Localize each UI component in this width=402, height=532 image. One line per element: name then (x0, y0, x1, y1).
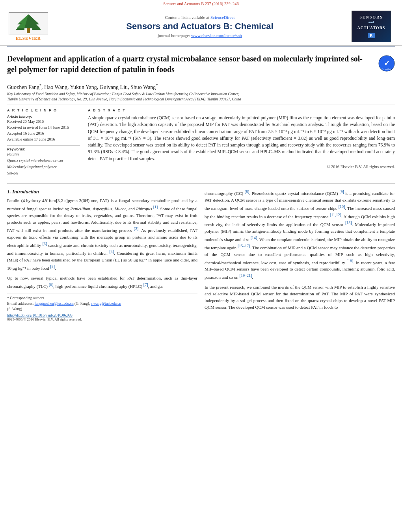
sensors-logo-line2: ACTUATORS (357, 25, 385, 31)
contents-label: Contents lists available at (165, 15, 209, 20)
journal-homepage: journal homepage: www.elsevier.com/locat… (52, 33, 348, 38)
citation-text: Sensors and Actuators B 237 (2016) 239–2… (163, 2, 238, 6)
main-left-col: 1. Introduction Patulin (4-hydroxy-4H-fu… (7, 189, 197, 321)
main-right-col: chromatography (GC) [8]. Piezoelectric q… (205, 189, 395, 321)
keywords-label: Keywords: (7, 147, 80, 151)
journal-header: ELSEVIER Contents lists available at Sci… (0, 7, 402, 46)
available-date: Available online 17 June 2016 (7, 136, 80, 142)
sensors-logo-b: B (368, 33, 375, 38)
email2-name: (S. Wang). (7, 306, 197, 312)
elsevier-logo: ELSEVIER (5, 12, 52, 41)
article-title: Development and application of a quartz … (7, 54, 378, 75)
intro-para2: Up to now, several typical methods have … (7, 275, 197, 290)
article-title-section: Development and application of a quartz … (7, 46, 395, 79)
abstract-col: A B S T R A C T A simple quartz crystal … (88, 108, 395, 180)
doi-line[interactable]: http://dx.doi.org/10.1016/j.snb.2016.06.… (7, 313, 197, 317)
journal-title: Sensors and Actuators B: Chemical (52, 21, 348, 32)
article-info-label: A R T I C L E I N F O (7, 108, 80, 112)
homepage-url[interactable]: www.elsevier.com/locate/snb (191, 33, 242, 38)
email-note: E-mail addresses: fangguozhen@tust.edu.c… (7, 301, 197, 306)
keyword-3: Molecularly imprinted polymer (7, 164, 80, 170)
citation-bar: Sensors and Actuators B 237 (2016) 239–2… (0, 0, 402, 7)
intro-number: 1. (7, 189, 11, 195)
corresponding-note: * Corresponding authors. (7, 295, 197, 301)
intro-para-right1: chromatography (GC) [8]. Piezoelectric q… (205, 189, 395, 281)
abstract-label: A B S T R A C T (88, 108, 395, 112)
email1-link[interactable]: fangguozhen@tust.edu.cn (35, 302, 74, 306)
article-info-abstract: A R T I C L E I N F O Article history: R… (7, 104, 395, 184)
history-label: Article history: (7, 115, 80, 119)
abstract-copyright: © 2016 Elsevier B.V. All rights reserved… (88, 165, 395, 169)
keyword-4: Sol-gel (7, 170, 80, 176)
affiliation1: Key Laboratory of Food Nutrition and Saf… (7, 92, 240, 96)
doi-link[interactable]: http://dx.doi.org/10.1016/j.snb.2016.06.… (7, 313, 73, 317)
elsevier-tree-svg (13, 13, 44, 34)
intro-heading: 1. Introduction (7, 189, 197, 195)
article-info-col: A R T I C L E I N F O Article history: R… (7, 108, 80, 180)
svg-rect-0 (27, 28, 30, 33)
issn-line: 0925-4005/© 2016 Elsevier B.V. All right… (7, 317, 197, 321)
sensors-logo-line1: SENSORS (357, 14, 385, 20)
crossmark-logo: ✓ CrossMark (378, 55, 395, 72)
svg-text:CrossMark: CrossMark (382, 68, 392, 70)
intro-para-right2: In the present research, we combined the… (205, 284, 395, 311)
authors-line: Guozhen Fang*, Hao Wang, Yukun Yang, Gui… (7, 83, 395, 91)
article-history: Article history: Received 20 May 2016 Re… (7, 115, 80, 142)
affiliations: Key Laboratory of Food Nutrition and Saf… (7, 92, 395, 103)
keyword-1: Patulin (7, 151, 80, 158)
info-divider (7, 145, 80, 146)
email2-link[interactable]: s.wang@tust.edu.cn (91, 302, 121, 306)
abstract-text: A simple quartz crystal microbalance (QC… (88, 115, 395, 162)
email-label: E-mail addresses: (7, 302, 34, 306)
svg-text:✓: ✓ (384, 59, 390, 67)
keywords-group: Keywords: Patulin Quartz crystal microba… (7, 147, 80, 176)
journal-center: Contents lists available at ScienceDirec… (52, 15, 348, 38)
elsevier-logo-box (9, 12, 48, 35)
elsevier-label: ELSEVIER (16, 36, 41, 41)
contents-line: Contents lists available at ScienceDirec… (52, 15, 348, 20)
main-content: 1. Introduction Patulin (4-hydroxy-4H-fu… (7, 184, 395, 321)
sensors-logo-box: SENSORS and ACTUATORS B (352, 11, 391, 42)
email1-name: (G. Fang), (74, 302, 90, 306)
sensors-logo: SENSORS and ACTUATORS B (348, 11, 395, 42)
sciencedirect-link[interactable]: ScienceDirect (210, 15, 235, 20)
accepted-date: Accepted 16 June 2016 (7, 130, 80, 136)
intro-title: Introduction (12, 189, 39, 195)
authors-section: Guozhen Fang*, Hao Wang, Yukun Yang, Gui… (7, 79, 395, 104)
keyword-2: Quartz crystal microbalance sensor (7, 158, 80, 164)
revised-date: Received in revised form 14 June 2016 (7, 124, 80, 130)
received-date: Received 20 May 2016 (7, 119, 80, 124)
affiliation2: Tianjin University of Science and Techno… (7, 97, 241, 101)
intro-para1: Patulin (4-hydroxy-4H-furo[3,2-c]pyran-2… (7, 197, 197, 272)
article-body: Development and application of a quartz … (0, 46, 402, 321)
homepage-label: journal homepage: (158, 33, 190, 38)
footnote-area: * Corresponding authors. E-mail addresse… (7, 293, 197, 322)
sensors-logo-and: and (357, 20, 385, 25)
